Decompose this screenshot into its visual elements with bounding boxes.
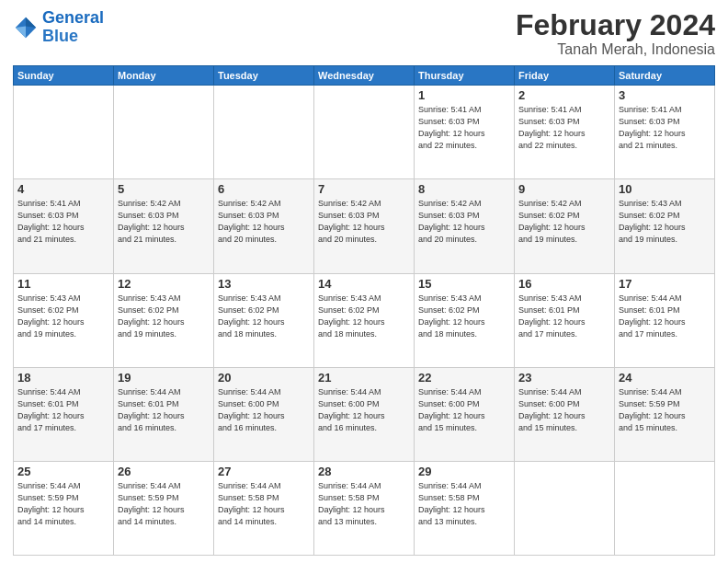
table-row: 11Sunrise: 5:43 AM Sunset: 6:02 PM Dayli… (14, 273, 114, 367)
table-row: 29Sunrise: 5:44 AM Sunset: 5:58 PM Dayli… (415, 461, 515, 555)
table-row: 19Sunrise: 5:44 AM Sunset: 6:01 PM Dayli… (114, 367, 214, 461)
day-info: Sunrise: 5:41 AM Sunset: 6:03 PM Dayligh… (518, 104, 610, 152)
table-row (615, 461, 715, 555)
day-info: Sunrise: 5:44 AM Sunset: 5:58 PM Dayligh… (218, 480, 310, 528)
day-number: 24 (619, 371, 711, 385)
day-number: 12 (118, 277, 210, 291)
table-row: 5Sunrise: 5:42 AM Sunset: 6:03 PM Daylig… (114, 179, 214, 273)
table-row: 9Sunrise: 5:42 AM Sunset: 6:02 PM Daylig… (515, 179, 615, 273)
day-info: Sunrise: 5:43 AM Sunset: 6:02 PM Dayligh… (318, 293, 410, 340)
logo-line1: General (42, 8, 104, 27)
day-number: 9 (518, 182, 610, 196)
table-row: 14Sunrise: 5:43 AM Sunset: 6:02 PM Dayli… (314, 273, 415, 367)
svg-marker-1 (26, 17, 36, 28)
day-number: 14 (318, 277, 410, 291)
logo-text: General Blue (42, 9, 104, 46)
table-row: 18Sunrise: 5:44 AM Sunset: 6:01 PM Dayli… (14, 367, 114, 461)
day-number: 7 (318, 182, 410, 196)
day-number: 23 (518, 371, 610, 385)
day-number: 22 (418, 371, 510, 385)
calendar-week-row: 25Sunrise: 5:44 AM Sunset: 5:59 PM Dayli… (14, 461, 715, 555)
day-number: 29 (418, 465, 510, 478)
day-info: Sunrise: 5:44 AM Sunset: 5:58 PM Dayligh… (318, 480, 410, 528)
day-info: Sunrise: 5:44 AM Sunset: 6:00 PM Dayligh… (518, 386, 610, 434)
day-info: Sunrise: 5:41 AM Sunset: 6:03 PM Dayligh… (619, 104, 711, 152)
day-info: Sunrise: 5:43 AM Sunset: 6:02 PM Dayligh… (17, 293, 109, 340)
day-number: 3 (619, 88, 711, 102)
calendar-week-row: 18Sunrise: 5:44 AM Sunset: 6:01 PM Dayli… (14, 367, 715, 461)
day-info: Sunrise: 5:41 AM Sunset: 6:03 PM Dayligh… (17, 198, 109, 246)
day-info: Sunrise: 5:42 AM Sunset: 6:03 PM Dayligh… (118, 198, 210, 246)
day-info: Sunrise: 5:44 AM Sunset: 5:59 PM Dayligh… (619, 386, 711, 434)
table-row: 1Sunrise: 5:41 AM Sunset: 6:03 PM Daylig… (415, 86, 515, 179)
day-number: 6 (218, 182, 310, 196)
table-row: 6Sunrise: 5:42 AM Sunset: 6:03 PM Daylig… (214, 179, 314, 273)
day-number: 25 (17, 465, 109, 478)
table-row: 21Sunrise: 5:44 AM Sunset: 6:00 PM Dayli… (314, 367, 415, 461)
table-row: 26Sunrise: 5:44 AM Sunset: 5:59 PM Dayli… (114, 461, 214, 555)
table-row: 27Sunrise: 5:44 AM Sunset: 5:58 PM Dayli… (214, 461, 314, 555)
day-number: 17 (619, 277, 711, 291)
day-number: 8 (418, 182, 510, 196)
day-info: Sunrise: 5:44 AM Sunset: 6:00 PM Dayligh… (218, 386, 310, 434)
table-row: 28Sunrise: 5:44 AM Sunset: 5:58 PM Dayli… (314, 461, 415, 555)
calendar-week-row: 11Sunrise: 5:43 AM Sunset: 6:02 PM Dayli… (14, 273, 715, 367)
day-info: Sunrise: 5:43 AM Sunset: 6:02 PM Dayligh… (218, 293, 310, 340)
calendar-header-row: Sunday Monday Tuesday Wednesday Thursday… (14, 66, 715, 86)
day-number: 19 (118, 371, 210, 385)
day-number: 10 (619, 182, 711, 196)
day-info: Sunrise: 5:44 AM Sunset: 5:59 PM Dayligh… (17, 480, 109, 528)
table-row: 23Sunrise: 5:44 AM Sunset: 6:00 PM Dayli… (515, 367, 615, 461)
table-row: 25Sunrise: 5:44 AM Sunset: 5:59 PM Dayli… (14, 461, 114, 555)
svg-marker-2 (16, 26, 26, 38)
day-number: 11 (17, 277, 109, 291)
calendar-table: Sunday Monday Tuesday Wednesday Thursday… (13, 65, 715, 556)
table-row: 13Sunrise: 5:43 AM Sunset: 6:02 PM Dayli… (214, 273, 314, 367)
table-row: 16Sunrise: 5:43 AM Sunset: 6:01 PM Dayli… (515, 273, 615, 367)
main-title: February 2024 (516, 9, 715, 41)
sub-title: Tanah Merah, Indonesia (516, 41, 715, 58)
table-row: 15Sunrise: 5:43 AM Sunset: 6:02 PM Dayli… (415, 273, 515, 367)
col-wednesday: Wednesday (314, 66, 415, 86)
logo: General Blue (13, 9, 104, 46)
col-friday: Friday (515, 66, 615, 86)
day-number: 27 (218, 465, 310, 478)
logo-icon (13, 15, 39, 40)
day-info: Sunrise: 5:44 AM Sunset: 5:58 PM Dayligh… (418, 480, 510, 528)
day-info: Sunrise: 5:42 AM Sunset: 6:02 PM Dayligh… (518, 198, 610, 246)
table-row: 24Sunrise: 5:44 AM Sunset: 5:59 PM Dayli… (615, 367, 715, 461)
day-number: 16 (518, 277, 610, 291)
day-info: Sunrise: 5:43 AM Sunset: 6:02 PM Dayligh… (619, 198, 711, 246)
day-info: Sunrise: 5:44 AM Sunset: 5:59 PM Dayligh… (118, 480, 210, 528)
col-thursday: Thursday (415, 66, 515, 86)
day-info: Sunrise: 5:44 AM Sunset: 6:01 PM Dayligh… (17, 386, 109, 434)
day-number: 15 (418, 277, 510, 291)
table-row: 7Sunrise: 5:42 AM Sunset: 6:03 PM Daylig… (314, 179, 415, 273)
col-tuesday: Tuesday (214, 66, 314, 86)
calendar-week-row: 4Sunrise: 5:41 AM Sunset: 6:03 PM Daylig… (14, 179, 715, 273)
table-row (314, 86, 415, 179)
day-info: Sunrise: 5:41 AM Sunset: 6:03 PM Dayligh… (418, 104, 510, 152)
day-info: Sunrise: 5:44 AM Sunset: 6:01 PM Dayligh… (118, 386, 210, 434)
day-info: Sunrise: 5:44 AM Sunset: 6:01 PM Dayligh… (619, 293, 711, 340)
day-number: 13 (218, 277, 310, 291)
col-sunday: Sunday (14, 66, 114, 86)
day-number: 5 (118, 182, 210, 196)
logo-line2: Blue (42, 27, 78, 45)
table-row: 8Sunrise: 5:42 AM Sunset: 6:03 PM Daylig… (415, 179, 515, 273)
day-info: Sunrise: 5:42 AM Sunset: 6:03 PM Dayligh… (318, 198, 410, 246)
col-saturday: Saturday (615, 66, 715, 86)
table-row (14, 86, 114, 179)
table-row: 20Sunrise: 5:44 AM Sunset: 6:00 PM Dayli… (214, 367, 314, 461)
table-row: 10Sunrise: 5:43 AM Sunset: 6:02 PM Dayli… (615, 179, 715, 273)
title-block: February 2024 Tanah Merah, Indonesia (516, 9, 715, 58)
day-info: Sunrise: 5:42 AM Sunset: 6:03 PM Dayligh… (218, 198, 310, 246)
day-number: 28 (318, 465, 410, 478)
day-number: 20 (218, 371, 310, 385)
table-row: 4Sunrise: 5:41 AM Sunset: 6:03 PM Daylig… (14, 179, 114, 273)
table-row: 12Sunrise: 5:43 AM Sunset: 6:02 PM Dayli… (114, 273, 214, 367)
day-number: 26 (118, 465, 210, 478)
table-row: 17Sunrise: 5:44 AM Sunset: 6:01 PM Dayli… (615, 273, 715, 367)
table-row: 2Sunrise: 5:41 AM Sunset: 6:03 PM Daylig… (515, 86, 615, 179)
day-number: 18 (17, 371, 109, 385)
